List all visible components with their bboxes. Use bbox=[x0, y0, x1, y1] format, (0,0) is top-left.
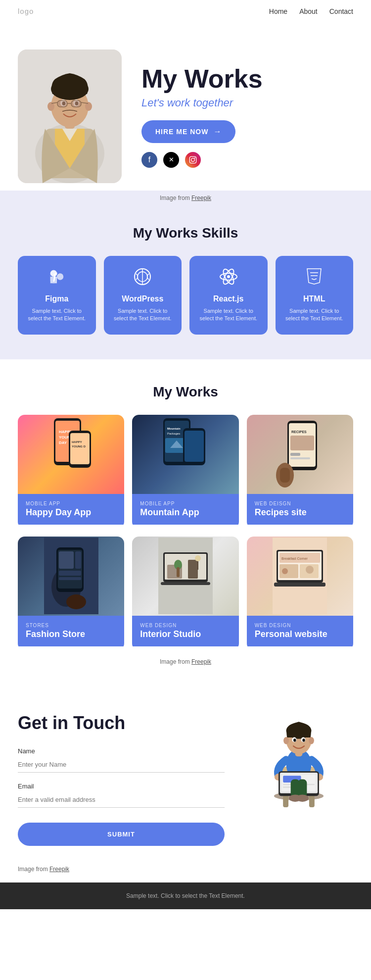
work-card-4[interactable]: STORES Fashion Store bbox=[18, 537, 124, 650]
svg-rect-55 bbox=[290, 453, 300, 456]
svg-point-67 bbox=[66, 594, 86, 609]
figma-name: Figma bbox=[26, 294, 88, 303]
twitter-icon[interactable]: ✕ bbox=[163, 152, 179, 168]
instagram-icon[interactable] bbox=[185, 152, 201, 168]
work-img-1: HAPPY YOUNG DAY HAPPY YOUNG D bbox=[18, 415, 124, 494]
work-title-1: Happy Day App bbox=[26, 507, 116, 518]
work-overlay-1: MOBILE APP Happy Day App bbox=[18, 494, 124, 525]
hero-image-credit: Image from Freepik bbox=[0, 191, 371, 205]
work-img-6: Breakfast Corner bbox=[247, 537, 353, 616]
arrow-icon: → bbox=[213, 127, 222, 136]
skill-figma: ƒ Figma Sample text. Click to select the… bbox=[18, 256, 96, 335]
svg-point-20 bbox=[194, 157, 195, 158]
works-section: My Works HAPPY YOUNG DAY HAPPY YOUNG D M… bbox=[0, 359, 371, 683]
skills-section: My Works Skills ƒ Figma Sample text. Cli… bbox=[0, 205, 371, 359]
nav-home[interactable]: Home bbox=[269, 7, 287, 15]
work-overlay-5: WEB DESIGN Interior Studio bbox=[132, 616, 238, 646]
svg-rect-66 bbox=[59, 577, 81, 580]
react-icon bbox=[197, 268, 260, 290]
facebook-icon[interactable]: f bbox=[141, 152, 157, 168]
figma-icon: ƒ bbox=[26, 268, 88, 290]
work-card-3[interactable]: RECIPES WEB DEISGN Recipes site bbox=[247, 415, 353, 529]
svg-rect-76 bbox=[161, 582, 210, 585]
hero-image bbox=[18, 49, 122, 183]
svg-point-112 bbox=[293, 738, 296, 741]
svg-point-32 bbox=[227, 275, 230, 278]
work-card-1[interactable]: HAPPY YOUNG DAY HAPPY YOUNG D MOBILE APP… bbox=[18, 415, 124, 529]
svg-point-114 bbox=[283, 737, 289, 744]
email-label: Email bbox=[18, 783, 225, 790]
svg-text:DAY: DAY bbox=[59, 441, 67, 445]
hire-me-button[interactable]: HIRE ME NOW → bbox=[141, 120, 235, 143]
contact-form-area: Get in Touch Name Email SUBMIT bbox=[18, 713, 225, 846]
html-desc: Sample text. Click to select the Text El… bbox=[283, 307, 346, 323]
wordpress-icon bbox=[112, 268, 174, 290]
submit-button[interactable]: SUBMIT bbox=[18, 823, 225, 846]
work-category-1: MOBILE APP bbox=[26, 501, 116, 506]
svg-rect-104 bbox=[298, 779, 307, 797]
work-img-5 bbox=[132, 537, 238, 616]
work-overlay-6: WEB DESIGN Personal website bbox=[247, 616, 353, 646]
email-field-group: Email bbox=[18, 783, 225, 808]
react-desc: Sample text. Click to select the Text El… bbox=[197, 307, 260, 323]
contact-title: Get in Touch bbox=[18, 713, 225, 734]
html-name: HTML bbox=[283, 294, 346, 303]
work-card-2[interactable]: Mountain Packages MOBILE APP Mountain Ap… bbox=[132, 415, 238, 529]
svg-rect-54 bbox=[290, 436, 314, 450]
svg-rect-14 bbox=[71, 100, 81, 107]
wordpress-desc: Sample text. Click to select the Text El… bbox=[112, 307, 174, 323]
freepik-link-contact[interactable]: Freepik bbox=[49, 866, 69, 873]
svg-text:Breakfast Corner: Breakfast Corner bbox=[281, 557, 308, 560]
svg-rect-65 bbox=[59, 571, 81, 576]
work-overlay-2: MOBILE APP Mountain App bbox=[132, 494, 238, 525]
hero-subtitle: Let's work together bbox=[141, 97, 353, 109]
svg-point-74 bbox=[195, 555, 201, 561]
work-card-6[interactable]: Breakfast Corner WEB DESIGN Personal web… bbox=[247, 537, 353, 650]
svg-point-115 bbox=[309, 737, 314, 744]
svg-point-106 bbox=[296, 794, 309, 802]
freepik-link-works[interactable]: Freepik bbox=[191, 658, 211, 665]
page-footer: Sample text. Click to select the Text El… bbox=[0, 882, 371, 909]
works-grid: HAPPY YOUNG DAY HAPPY YOUNG D MOBILE APP… bbox=[18, 415, 353, 650]
work-img-4 bbox=[18, 537, 124, 616]
skill-wordpress: WordPress Sample text. Click to select t… bbox=[104, 256, 182, 335]
hero-section: My Works Let's work together HIRE ME NOW… bbox=[0, 22, 371, 191]
name-input[interactable] bbox=[18, 757, 225, 773]
svg-text:HAPPY: HAPPY bbox=[72, 441, 82, 443]
svg-point-88 bbox=[306, 566, 314, 574]
work-card-5[interactable]: WEB DESIGN Interior Studio bbox=[132, 537, 238, 650]
work-title-4: Fashion Store bbox=[26, 629, 116, 639]
work-overlay-4: STORES Fashion Store bbox=[18, 616, 124, 646]
wordpress-name: WordPress bbox=[112, 294, 174, 303]
svg-rect-50 bbox=[185, 431, 204, 462]
work-title-6: Personal website bbox=[255, 629, 345, 639]
svg-rect-63 bbox=[59, 551, 74, 569]
svg-point-87 bbox=[282, 568, 288, 574]
work-category-3: WEB DEISGN bbox=[255, 501, 345, 506]
freepik-link-hero[interactable]: Freepik bbox=[191, 195, 211, 201]
svg-text:ƒ: ƒ bbox=[52, 270, 58, 282]
works-image-credit: Image from Freepik bbox=[18, 650, 353, 673]
svg-rect-13 bbox=[57, 100, 67, 107]
work-category-2: MOBILE APP bbox=[140, 501, 231, 506]
skills-title: My Works Skills bbox=[18, 225, 353, 241]
hero-title: My Works bbox=[141, 65, 353, 93]
react-name: React.js bbox=[197, 294, 260, 303]
email-input[interactable] bbox=[18, 792, 225, 808]
nav-about[interactable]: About bbox=[299, 7, 318, 15]
svg-point-19 bbox=[191, 158, 195, 161]
svg-rect-18 bbox=[189, 156, 196, 163]
footer-text: Sample text. Click to select the Text El… bbox=[18, 892, 353, 899]
hero-text: My Works Let's work together HIRE ME NOW… bbox=[141, 65, 353, 167]
logo: logo bbox=[18, 7, 34, 15]
figma-desc: Sample text. Click to select the Text El… bbox=[26, 307, 88, 323]
skills-grid: ƒ Figma Sample text. Click to select the… bbox=[18, 256, 353, 335]
skill-html: HTML Sample text. Click to select the Te… bbox=[276, 256, 354, 335]
nav-links: Home About Contact bbox=[269, 7, 353, 15]
nav-contact[interactable]: Contact bbox=[329, 7, 353, 15]
contact-illustration bbox=[244, 713, 353, 812]
hire-btn-label: HIRE ME NOW bbox=[155, 128, 208, 136]
works-title: My Works bbox=[18, 384, 353, 400]
work-img-3: RECIPES bbox=[247, 415, 353, 494]
work-title-5: Interior Studio bbox=[140, 629, 231, 639]
